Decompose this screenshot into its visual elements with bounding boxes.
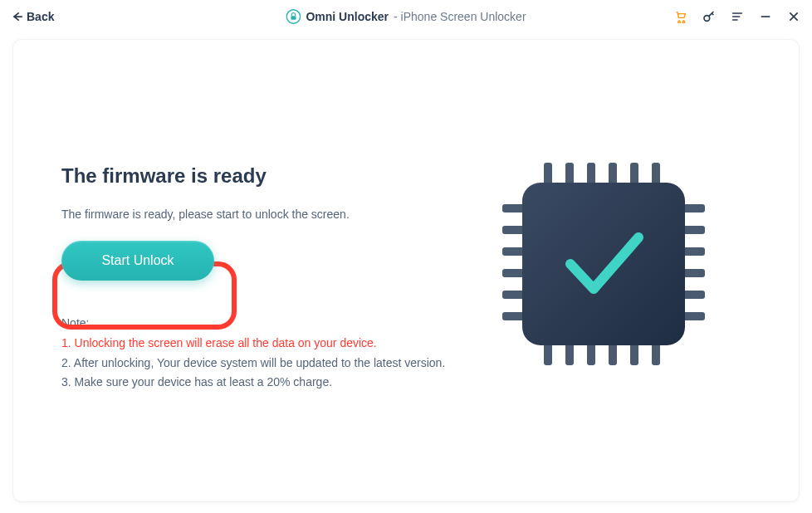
- svg-point-4: [704, 16, 710, 22]
- svg-rect-11: [544, 342, 552, 365]
- svg-rect-7: [587, 163, 595, 186]
- svg-rect-6: [565, 163, 574, 186]
- svg-rect-9: [630, 163, 638, 186]
- svg-rect-21: [502, 291, 526, 299]
- svg-rect-27: [682, 291, 705, 299]
- cart-icon: [674, 10, 687, 23]
- start-unlock-button[interactable]: Start Unlock: [61, 241, 214, 281]
- close-icon: [787, 10, 800, 23]
- svg-rect-22: [502, 312, 526, 320]
- svg-point-2: [678, 20, 680, 22]
- main-panel: The firmware is ready The firmware is re…: [13, 40, 799, 501]
- titlebar: Back Omni Unlocker - iPhone Screen Unloc…: [0, 0, 812, 33]
- svg-rect-12: [565, 342, 574, 365]
- svg-point-3: [682, 20, 684, 22]
- back-arrow-icon: [12, 11, 23, 22]
- svg-rect-29: [522, 183, 685, 345]
- svg-rect-24: [682, 226, 705, 234]
- svg-rect-5: [544, 163, 552, 186]
- app-subtitle: - iPhone Screen Unlocker: [394, 10, 526, 23]
- minimize-icon: [759, 10, 772, 23]
- svg-rect-15: [630, 342, 638, 365]
- svg-rect-17: [502, 204, 526, 213]
- titlebar-controls: [674, 10, 800, 23]
- svg-rect-23: [682, 204, 705, 213]
- svg-rect-1: [291, 16, 296, 20]
- svg-rect-26: [682, 269, 705, 277]
- svg-rect-18: [502, 226, 526, 234]
- svg-rect-8: [609, 163, 617, 186]
- svg-rect-19: [502, 247, 526, 256]
- key-icon: [702, 10, 716, 23]
- back-label: Back: [27, 10, 54, 23]
- svg-rect-20: [502, 269, 526, 277]
- back-button[interactable]: Back: [12, 10, 54, 23]
- svg-rect-16: [652, 342, 660, 365]
- chip-check-icon: [487, 148, 720, 380]
- menu-icon: [731, 10, 744, 23]
- menu-button[interactable]: [731, 10, 744, 23]
- cart-button[interactable]: [674, 10, 687, 23]
- svg-rect-25: [682, 247, 705, 256]
- svg-rect-14: [609, 342, 617, 365]
- lock-icon: [286, 9, 301, 24]
- close-button[interactable]: [787, 10, 800, 23]
- svg-rect-10: [652, 163, 660, 186]
- svg-rect-13: [587, 342, 595, 365]
- minimize-button[interactable]: [759, 10, 772, 23]
- key-button[interactable]: [702, 10, 716, 23]
- app-name: Omni Unlocker: [306, 10, 389, 23]
- svg-rect-28: [682, 312, 705, 320]
- app-title: Omni Unlocker - iPhone Screen Unlocker: [286, 9, 526, 24]
